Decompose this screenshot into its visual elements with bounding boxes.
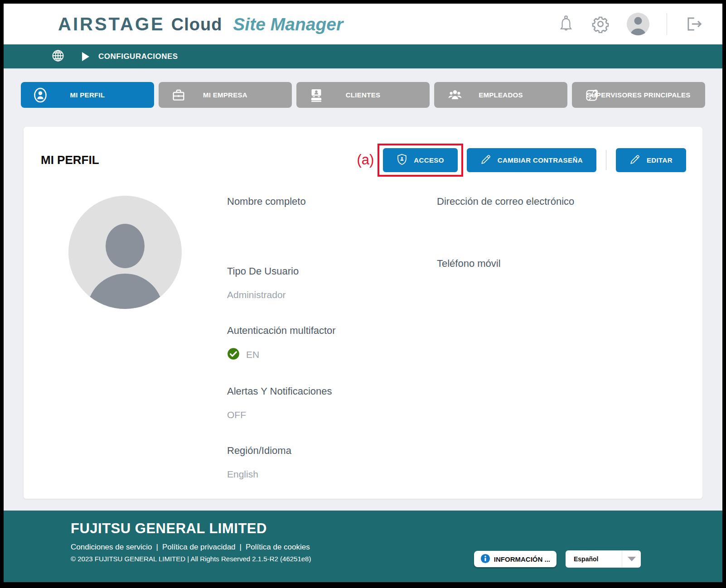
information-button[interactable]: INFORMACIÓN ... (474, 551, 557, 567)
breadcrumb: CONFIGURACIONES (98, 52, 178, 61)
header-divider (667, 13, 667, 35)
info-icon (480, 554, 490, 565)
edit-button-label: EDITAR (647, 156, 673, 164)
logout-icon[interactable] (684, 15, 703, 33)
language-dropdown[interactable]: Español (566, 550, 641, 568)
pencil-icon (480, 154, 491, 166)
logo-airstage-text: AIRSTAGE (58, 14, 165, 34)
tab-label: CLIENTES (346, 91, 381, 99)
airstage-cloud-logo: AIRSTAGE Cloud Site Manager (58, 14, 343, 34)
page-title: MI PERFIL (41, 153, 99, 167)
tab-mi-empresa[interactable]: MI EMPRESA (159, 82, 292, 108)
actions-divider (606, 150, 606, 170)
my-profile-card: MI PERFIL (a) ACCESO (24, 127, 702, 499)
pencil-icon (629, 154, 640, 166)
change-password-button[interactable]: CAMBIAR CONTRASEÑA (467, 148, 596, 172)
change-password-button-label: CAMBIAR CONTRASEÑA (498, 156, 583, 164)
tab-label: MI PERFIL (70, 91, 105, 99)
user-type-label: Tipo De Usuario (227, 265, 437, 277)
tab-label: MI EMPRESA (203, 91, 247, 99)
page-footer: FUJITSU GENERAL LIMITED Condiciones de s… (4, 511, 722, 582)
tab-clientes[interactable]: CLIENTES (296, 82, 430, 108)
profile-avatar-placeholder (68, 196, 182, 309)
tab-label: EMPLEADOS (479, 91, 523, 99)
mfa-value: EN (246, 349, 259, 360)
settings-tab-bar: MI PERFIL MI EMPRESA (4, 69, 722, 108)
logo-site-manager-text: Site Manager (233, 14, 343, 34)
cookie-policy-link[interactable]: Política de cookies (246, 543, 310, 552)
globe-icon[interactable] (51, 49, 65, 64)
notifications-icon[interactable] (558, 15, 574, 33)
language-selected-value: Español (566, 555, 622, 563)
alerts-label: Alertas Y Notificaciones (227, 386, 437, 397)
full-name-label: Nombre completo (227, 196, 437, 207)
shield-icon (397, 154, 407, 167)
terms-of-service-link[interactable]: Condiciones de servicio (71, 543, 152, 552)
id-card-icon (309, 87, 324, 103)
tab-supervisores-principales[interactable]: SUPERVISORES PRINCIPALES (572, 82, 705, 108)
person-circle-icon (34, 87, 47, 103)
link-separator: | (156, 543, 158, 552)
avatar-shoulders-shape (87, 274, 163, 309)
access-button-label: ACCESO (414, 156, 444, 164)
link-separator: | (240, 543, 242, 552)
alerts-value: OFF (227, 410, 437, 420)
settings-gear-icon[interactable] (591, 15, 610, 33)
site-manager-window: AIRSTAGE Cloud Site Manager (0, 0, 726, 588)
briefcase-icon (171, 88, 186, 102)
people-group-icon (447, 88, 463, 102)
tab-empleados[interactable]: EMPLEADOS (434, 82, 567, 108)
avatar-head-shape (106, 224, 145, 268)
privacy-policy-link[interactable]: Política de privacidad (162, 543, 236, 552)
tab-mi-perfil[interactable]: MI PERFIL (21, 82, 154, 108)
tab-label: SUPERVISORES PRINCIPALES (586, 91, 690, 99)
breadcrumb-arrow-icon (82, 52, 89, 61)
user-type-value: Administrador (227, 289, 437, 300)
information-button-label: INFORMACIÓN ... (494, 555, 550, 563)
breadcrumb-bar: CONFIGURACIONES (4, 44, 722, 69)
access-button-highlight-box: ACCESO (378, 144, 463, 177)
mfa-label: Autenticación multifactor (227, 325, 437, 337)
region-language-value: English (227, 469, 437, 480)
footer-company-name: FUJITSU GENERAL LIMITED (71, 521, 722, 537)
check-circle-icon (227, 347, 240, 362)
edit-button[interactable]: EDITAR (616, 148, 686, 172)
access-button[interactable]: ACCESO (383, 148, 458, 172)
logo-cloud-text: Cloud (171, 15, 223, 34)
profile-fields-right-column: Dirección de correo electrónico Teléfono… (437, 196, 686, 480)
user-avatar[interactable] (627, 13, 649, 35)
annotation-a-label: (a) (357, 152, 374, 168)
app-header: AIRSTAGE Cloud Site Manager (4, 4, 722, 44)
profile-fields-left-column: Nombre completo Tipo De Usuario Administ… (227, 196, 437, 480)
link-icon (585, 88, 599, 102)
mobile-phone-label: Teléfono móvil (437, 258, 686, 270)
region-language-label: Región/Idioma (227, 445, 437, 457)
chevron-down-icon (622, 550, 641, 568)
email-label: Dirección de correo electrónico (437, 196, 686, 207)
